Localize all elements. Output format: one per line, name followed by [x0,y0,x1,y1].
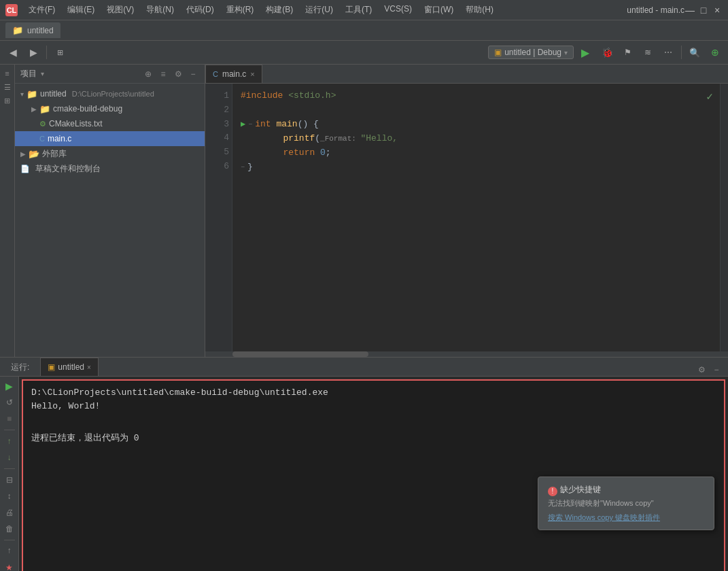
coverage-button[interactable]: ⚑ [619,44,636,61]
tooltip-popup: ! 缺少快捷键 无法找到键映射"Windows copy" 搜索 Windows… [538,477,714,530]
code-line-4: printf(_Format: "Hello, [241,132,712,146]
menu-navigate[interactable]: 导航(N) [141,3,179,17]
more-run-button[interactable]: ⋯ [659,44,677,61]
menu-tools[interactable]: 工具(T) [340,3,377,17]
main-parens: () { [298,118,319,132]
tooltip-title: 缺少快捷键 [560,484,601,496]
run-separator-2 [4,468,15,469]
tooltip-error-icon: ! [548,487,557,496]
check-mark-icon: ✓ [706,89,713,107]
tree-cmakelists[interactable]: ⚙ CMakeLists.txt [15,116,205,131]
scrollbar-thumb[interactable] [232,351,368,357]
pin-button[interactable]: ↕ [3,489,16,503]
run-config-label: untitled | Debug [504,48,561,57]
run-tab-close[interactable]: × [87,364,91,371]
scratch-icon: 📄 [20,165,30,173]
minimize-button[interactable]: — [684,5,695,16]
menu-vcs[interactable]: VCS(S) [379,3,417,17]
debug-icon: 🐞 [602,47,613,58]
menu-build[interactable]: 构建(B) [260,3,298,17]
menu-window[interactable]: 窗口(W) [419,3,459,17]
profile-button[interactable]: ≋ [639,44,657,61]
bottom-settings-button[interactable]: ⚙ [695,364,708,376]
root-folder-icon: 📁 [27,89,37,99]
scroll-up-button[interactable]: ↑ [3,434,16,448]
root-label: untitled [40,89,67,99]
cmake-build-label: cmake-build-debug [53,104,122,114]
side-icon-1[interactable]: ≡ [1,67,14,80]
debug-button[interactable]: 🐞 [598,44,616,61]
project-tab[interactable]: 📁 untitled [5,22,60,38]
scroll-top-button[interactable]: ↓ [3,544,16,558]
panel-minimize-button[interactable]: − [187,68,199,80]
run-button[interactable]: ▶ [576,44,594,61]
side-icon-2[interactable]: ☰ [1,81,14,93]
panel-settings-button[interactable]: ⚙ [172,68,184,80]
bottom-tab-tools: ⚙ − [695,364,723,376]
menu-run[interactable]: 运行(U) [300,3,339,17]
editor-tab-main-c[interactable]: C main.c × [205,65,262,83]
code-content[interactable]: ✓ #include <stdio.h> ▶ − int main() { pr… [232,84,720,351]
settings-button[interactable]: ⊕ [706,44,724,61]
tab-bar: 📁 untitled [0,20,728,41]
back-button[interactable]: ◀ [4,44,22,61]
stop-button[interactable]: ■ [3,412,16,426]
c-file-icon: C [39,135,45,143]
run-tab-untitled[interactable]: ▣ untitled × [40,358,99,376]
menu-file[interactable]: 文件(F) [23,3,60,17]
run-tab-icon: ▣ [48,362,55,372]
menu-edit[interactable]: 编辑(E) [62,3,100,17]
menu-help[interactable]: 帮助(H) [460,3,499,17]
code-line-6: −} [241,160,712,175]
side-icon-3[interactable]: ⊞ [1,94,14,107]
bottom-minimize-button[interactable]: − [710,364,723,376]
maximize-button[interactable]: □ [698,5,709,16]
print-button[interactable]: 🖨 [3,506,16,519]
editor-area: C main.c × 1 2 3 4 5 6 ✓ #include <stdio… [205,65,728,357]
filter-button[interactable]: ⊟ [3,473,16,487]
search-everywhere-button[interactable]: 🔍 [686,44,704,61]
code-line-2 [241,103,712,118]
hello-str: "Hello, [360,132,398,146]
terminal-line-4: 进程已结束，退出代码为 0 [31,432,716,445]
editor-tabs: C main.c × [205,65,728,84]
rerun-button[interactable]: ↺ [3,396,16,409]
terminal-line-1: D:\CLionProjects\untitled\cmake-build-de… [31,386,716,400]
tab-close-button[interactable]: × [250,70,254,78]
menu-code[interactable]: 代码(D) [181,3,220,17]
forward-button[interactable]: ▶ [24,44,42,61]
menu-bar: 文件(F) 编辑(E) 视图(V) 导航(N) 代码(D) 重构(R) 构建(B… [23,3,627,17]
window-controls: — □ × [684,5,723,16]
locate-file-button[interactable]: ⊕ [142,68,154,80]
tree-root[interactable]: ▾ 📁 untitled D:\CLionProjects\untitled [15,86,205,101]
line-num-6: 6 [208,160,229,174]
cmake-folder-icon: 📁 [39,104,50,114]
project-tab-label: untitled [27,26,54,35]
right-gutter [720,84,728,351]
collapse-all-button[interactable]: ≡ [157,68,169,80]
pin2-button[interactable]: ★ [3,561,16,571]
recent-files-button[interactable]: ⊞ [51,44,69,61]
run-config-selector[interactable]: ▣ untitled | Debug ▾ [488,46,574,59]
tooltip-link[interactable]: 搜索 Windows copy 键盘映射插件 [548,513,660,521]
run-play-button[interactable]: ▶ [3,379,16,393]
menu-view[interactable]: 视图(V) [101,3,139,17]
tree-scratch[interactable]: 📄 草稿文件和控制台 [15,161,205,176]
tree-main-c[interactable]: C main.c [15,131,205,146]
include-keyword: #include [241,89,288,103]
scroll-down-button[interactable]: ↓ [3,451,16,464]
fold-button-3[interactable]: − [248,120,252,131]
horizontal-scrollbar[interactable] [205,351,728,357]
bottom-panel: 运行: ▣ untitled × ⚙ − ▶ ↺ ■ ↑ [0,357,728,571]
close-button[interactable]: × [712,5,723,16]
printf-fn: printf [283,132,315,146]
tree-external-libs[interactable]: ▶ 📂 外部库 [15,146,205,161]
menu-refactor[interactable]: 重构(R) [221,3,260,17]
panel-dropdown-icon[interactable]: ▾ [41,70,44,77]
fold-button-6[interactable]: − [241,162,245,173]
code-editor[interactable]: 1 2 3 4 5 6 ✓ #include <stdio.h> ▶ − [205,84,728,351]
trash-button[interactable]: 🗑 [3,522,16,536]
run-sidebar: ▶ ↺ ■ ↑ ↓ ⊟ ↕ 🖨 [0,377,19,571]
tree-cmake-build[interactable]: ▶ 📁 cmake-build-debug [15,101,205,116]
line-num-4: 4 [208,131,229,145]
